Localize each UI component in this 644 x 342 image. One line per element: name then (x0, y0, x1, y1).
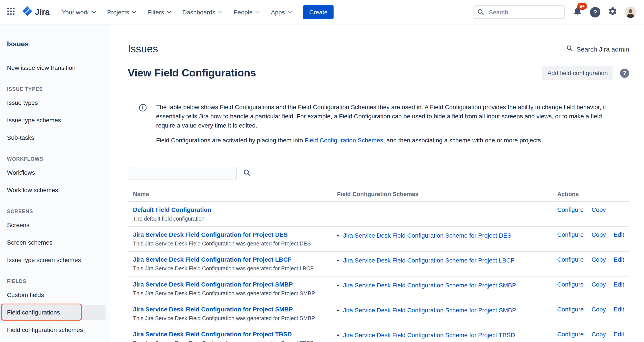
search-icon (478, 9, 484, 17)
jira-logo[interactable]: Jira (22, 6, 50, 18)
search-jira-admin-link[interactable]: Search Jira admin (566, 45, 629, 53)
filter-table-input[interactable] (128, 167, 237, 180)
scheme-cell-empty (337, 206, 557, 222)
sidebar-item-workflows[interactable]: Workflows (0, 165, 106, 180)
sidebar-item-field-configurations[interactable]: Field configurations (0, 305, 106, 320)
configure-link[interactable]: Configure (557, 331, 584, 338)
nav-apps[interactable]: Apps (271, 9, 292, 16)
edit-link[interactable]: Edit (614, 256, 624, 263)
jira-logo-text: Jira (35, 7, 50, 17)
sidebar-item-field-configuration-schemes[interactable]: Field configuration schemes (0, 322, 106, 337)
gear-icon (608, 6, 618, 18)
table-row: Jira Service Desk Field Configuration fo… (128, 252, 629, 276)
field-config-name-link[interactable]: Jira Service Desk Field Configuration fo… (133, 306, 293, 313)
sidebar-heading-screens: SCREENS (0, 209, 110, 214)
bullet: • (337, 256, 339, 265)
page-title: Issues (128, 43, 158, 55)
field-config-name-link[interactable]: Jira Service Desk Field Configuration fo… (133, 281, 293, 288)
sidebar-item-custom-fields[interactable]: Custom fields (0, 287, 106, 302)
configure-link[interactable]: Configure (557, 231, 584, 238)
sidebar-item-screen-schemes[interactable]: Screen schemes (0, 235, 106, 250)
nav-label: Dashboards (182, 9, 216, 16)
create-button[interactable]: Create (303, 5, 334, 19)
sidebar-item-workflow-schemes[interactable]: Workflow schemes (0, 183, 106, 198)
nav-people[interactable]: People (234, 9, 259, 16)
scheme-link[interactable]: Jira Service Desk Field Configuration Sc… (343, 256, 514, 265)
section-help-button[interactable]: ? (620, 68, 629, 78)
copy-link[interactable]: Copy (592, 256, 606, 263)
edit-link[interactable]: Edit (614, 231, 624, 238)
scheme-link[interactable]: Jira Service Desk Field Configuration Sc… (343, 281, 516, 290)
copy-link[interactable]: Copy (592, 306, 606, 313)
field-config-description: This Jira Service Desk Field Configurati… (133, 290, 337, 297)
nav-projects[interactable]: Projects (107, 9, 136, 16)
configure-link[interactable]: Configure (557, 256, 584, 263)
sidebar-item-issue-type-schemes[interactable]: Issue type schemes (0, 113, 106, 127)
sidebar-item-issue-type-screen-schemes[interactable]: Issue type screen schemes (0, 252, 106, 267)
add-field-configuration-button[interactable]: Add field configuration (542, 66, 613, 80)
info-paragraph-2: Field Configurations are activated by pl… (156, 136, 615, 145)
global-search-input[interactable] (474, 5, 565, 19)
info-panel: The table below shows Field Configuratio… (128, 103, 629, 145)
primary-nav: Your work Projects Filters Dashboards Pe… (62, 9, 292, 16)
sidebar-item-sub-tasks[interactable]: Sub-tasks (0, 130, 106, 145)
configure-link[interactable]: Configure (557, 306, 584, 313)
copy-link[interactable]: Copy (592, 231, 606, 238)
sidebar-heading-issue-types: ISSUE TYPES (0, 86, 110, 92)
field-config-description: The default field configuration (133, 216, 337, 222)
notifications-badge: 9+ (577, 3, 587, 10)
scheme-link[interactable]: Jira Service Desk Field Configuration Sc… (343, 231, 512, 240)
app-switcher-button[interactable] (6, 6, 16, 18)
info-text-segment: Field Configurations are activated by pl… (156, 137, 305, 144)
question-mark-icon: ? (623, 70, 626, 76)
copy-link[interactable]: Copy (592, 331, 606, 338)
configure-link[interactable]: Configure (557, 281, 584, 288)
nav-filters[interactable]: Filters (147, 9, 170, 16)
nav-label: Apps (271, 9, 285, 16)
sidebar-item-screens[interactable]: Screens (0, 218, 106, 232)
copy-link[interactable]: Copy (592, 206, 606, 213)
field-config-description: This Jira Service Desk Field Configurati… (133, 340, 337, 342)
search-jira-admin-label: Search Jira admin (576, 45, 629, 53)
nav-label: People (234, 9, 253, 16)
field-config-name-link[interactable]: Jira Service Desk Field Configuration fo… (133, 256, 292, 263)
sidebar-heading-fields: FIELDS (0, 279, 110, 284)
table-row: Jira Service Desk Field Configuration fo… (128, 301, 629, 326)
column-header-name: Name (128, 191, 337, 198)
field-configurations-table: Name Field Configuration Schemes Actions… (128, 188, 629, 342)
field-configuration-schemes-link[interactable]: Field Configuration Schemes (305, 137, 383, 144)
edit-link[interactable]: Edit (614, 331, 624, 338)
sidebar-item-new-issue-view-transition[interactable]: New issue view transition (0, 60, 106, 75)
filter-search-icon[interactable] (243, 169, 251, 178)
bullet: • (337, 281, 339, 290)
admin-sidebar: Issues New issue view transition ISSUE T… (0, 25, 110, 342)
edit-link[interactable]: Edit (614, 306, 624, 313)
bullet: • (337, 331, 339, 339)
nav-label: Projects (107, 9, 129, 16)
sidebar-item-issue-types[interactable]: Issue types (0, 95, 106, 110)
configure-link[interactable]: Configure (557, 206, 584, 213)
edit-link[interactable]: Edit (614, 281, 624, 288)
chevron-down-icon (288, 9, 292, 13)
help-button[interactable]: ? (590, 7, 600, 17)
table-row: Jira Service Desk Field Configuration fo… (128, 227, 629, 252)
field-config-name-link[interactable]: Default Field Configuration (133, 206, 211, 213)
scheme-link[interactable]: Jira Service Desk Field Configuration Sc… (343, 306, 516, 314)
copy-link[interactable]: Copy (592, 281, 606, 288)
user-avatar[interactable] (625, 6, 636, 18)
bullet: • (337, 306, 339, 314)
field-config-description: This Jira Service Desk Field Configurati… (133, 241, 337, 247)
nav-your-work[interactable]: Your work (62, 9, 96, 16)
scheme-link[interactable]: Jira Service Desk Field Configuration Sc… (343, 331, 515, 339)
nav-label: Your work (62, 9, 89, 16)
nav-label: Filters (147, 9, 164, 16)
navbar-right-cluster: 9+ ? (474, 5, 636, 19)
notifications-button[interactable]: 9+ (572, 6, 582, 18)
settings-button[interactable] (608, 6, 618, 18)
nav-dashboards[interactable]: Dashboards (182, 9, 222, 16)
field-config-name-link[interactable]: Jira Service Desk Field Configuration fo… (133, 231, 288, 238)
field-config-description: This Jira Service Desk Field Configurati… (133, 266, 337, 272)
chevron-down-icon (256, 9, 260, 13)
chevron-down-icon (218, 9, 222, 13)
field-config-name-link[interactable]: Jira Service Desk Field Configuration fo… (133, 331, 292, 338)
